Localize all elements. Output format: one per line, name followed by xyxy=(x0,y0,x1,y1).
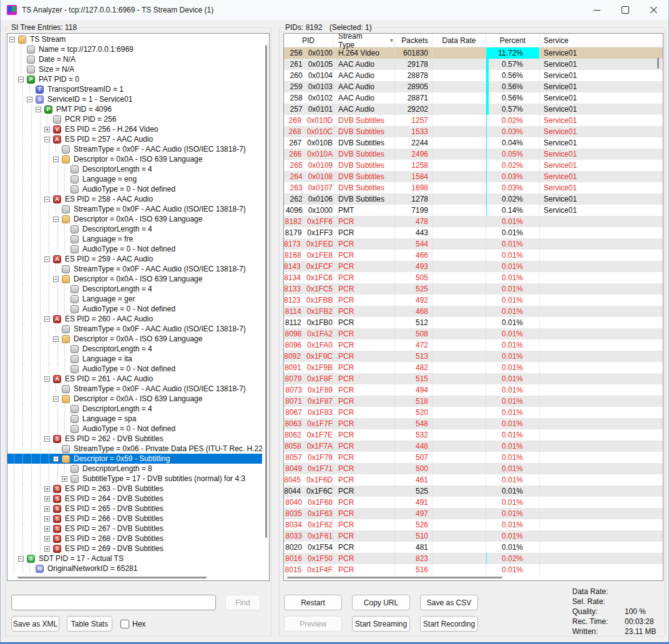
table-row[interactable]: 80570x1F79PCR5070.01% xyxy=(284,452,663,463)
table-row[interactable]: 2560x0100H.264 Video60183011.72%Service0… xyxy=(284,47,663,59)
table-row[interactable]: 80450x1F6DPCR4610.01% xyxy=(284,474,663,485)
table-row[interactable]: 2660x010ADVB Subtitles24960.05%Service01 xyxy=(284,149,663,160)
table-row[interactable]: 80670x1F83PCR5200.01% xyxy=(284,407,663,418)
tree-item[interactable]: DescriptorLength = 4 xyxy=(7,164,262,174)
table-row[interactable]: 80620x1F7EPCR5320.01% xyxy=(284,429,663,441)
tree-item[interactable]: Name = tcp://127.0.0.1:6969 xyxy=(7,44,262,54)
tree-item[interactable]: +SubtitleType = 17 - DVB subtitles (norm… xyxy=(7,474,262,484)
save-as-csv-button[interactable]: Save as CSV xyxy=(420,595,478,610)
expander-collapsed-icon[interactable]: + xyxy=(44,127,50,132)
table-row[interactable]: 81140x1FB2PCR4680.01% xyxy=(284,306,663,317)
tree-item[interactable]: AudioType = 0 - Not defined xyxy=(7,304,262,314)
tree-item[interactable]: Language = ita xyxy=(7,354,262,364)
column-header-packets[interactable]: Packets xyxy=(394,34,432,47)
tree-item[interactable]: −AES PID = 257 - AAC Audio xyxy=(7,134,262,144)
find-input[interactable] xyxy=(11,595,216,610)
copy-url-button[interactable]: Copy URL xyxy=(352,595,410,610)
pid-table-header[interactable]: PIDStream Type▼PacketsData RatePercentSe… xyxy=(284,34,663,47)
expander-expanded-icon[interactable]: − xyxy=(9,37,15,42)
table-row[interactable]: 80440x1F6CPCR5250.01% xyxy=(284,485,663,497)
table-row[interactable]: 81330x1FC5PCR5250.01% xyxy=(284,283,663,295)
tree-item[interactable]: +SES PID = 266 - DVB Subtitles xyxy=(7,514,262,524)
preview-button[interactable]: Preview xyxy=(284,616,342,632)
tree-item[interactable]: Language = ger xyxy=(7,294,262,304)
expander-collapsed-icon[interactable]: + xyxy=(44,496,50,502)
expander-collapsed-icon[interactable]: + xyxy=(44,546,50,552)
table-row[interactable]: 81230x1FBBPCR4920.01% xyxy=(284,295,663,306)
table-row[interactable]: 80710x1F87PCR5180.01% xyxy=(284,396,663,407)
expander-expanded-icon[interactable]: − xyxy=(44,376,50,382)
tree-item[interactable]: −Descriptor = 0x0A - ISO 639 Language xyxy=(7,214,262,224)
table-row[interactable]: 80920x1F9CPCR5130.01% xyxy=(284,351,663,362)
table-row[interactable]: 2650x0109DVB Subtitles12580.02%Service01 xyxy=(284,160,663,171)
expander-expanded-icon[interactable]: − xyxy=(44,256,50,262)
table-row[interactable]: 80200x1F54PCR4810.01% xyxy=(284,542,663,553)
expander-expanded-icon[interactable]: − xyxy=(44,316,50,322)
tree-item[interactable]: NOriginalNetworkID = 65281 xyxy=(7,564,262,573)
tree-item[interactable]: −PPAT PID = 0 xyxy=(7,74,262,84)
expander-collapsed-icon[interactable]: + xyxy=(44,526,50,532)
find-button[interactable]: Find xyxy=(225,595,260,610)
restart-button[interactable]: Restart xyxy=(284,595,342,610)
table-row[interactable]: 2630x0107DVB Subtitles16980.03%Service01 xyxy=(284,182,663,193)
column-header-data-rate[interactable]: Data Rate xyxy=(432,34,486,47)
close-button[interactable] xyxy=(640,0,668,20)
expander-expanded-icon[interactable]: − xyxy=(53,336,59,342)
table-row[interactable]: 81680x1FE8PCR4660.01% xyxy=(284,250,663,261)
tree-item[interactable]: +SES PID = 268 - DVB Subtitles xyxy=(7,534,262,544)
table-row[interactable]: 80980x1FA2PCR5080.01% xyxy=(284,328,663,339)
table-row[interactable]: 80330x1F61PCR5100.01% xyxy=(284,530,663,542)
tree-item[interactable]: AudioType = 0 - Not defined xyxy=(7,424,262,434)
table-row[interactable]: 80490x1F71PCR5000.01% xyxy=(284,463,663,474)
table-row[interactable]: 2680x010CDVB Subtitles15330.03%Service01 xyxy=(284,126,663,137)
tree-item[interactable]: −SServiceID = 1 - Service01 xyxy=(7,94,262,104)
tree-item[interactable]: StreamType = 0x0F - AAC Audio (ISO/IEC 1… xyxy=(7,204,262,214)
tree-item[interactable]: +VES PID = 256 - H.264 Video xyxy=(7,124,262,134)
tree-item[interactable]: −Descriptor = 0x0A - ISO 639 Language xyxy=(7,394,262,404)
expander-expanded-icon[interactable]: − xyxy=(18,77,24,82)
si-tree[interactable]: −TS StreamName = tcp://127.0.0.1:6969Dat… xyxy=(7,33,270,581)
expander-collapsed-icon[interactable]: + xyxy=(44,506,50,512)
tree-item[interactable]: StreamType = 0x0F - AAC Audio (ISO/IEC 1… xyxy=(7,144,262,154)
tree-horizontal-scrollbar[interactable] xyxy=(17,577,207,578)
tree-item[interactable]: Language = fre xyxy=(7,234,262,244)
table-row[interactable]: 81730x1FEDPCR5440.01% xyxy=(284,238,663,250)
tree-item[interactable]: −Descriptor = 0x0A - ISO 639 Language xyxy=(7,154,262,164)
tree-item[interactable]: DescriptorLength = 4 xyxy=(7,344,262,354)
table-row[interactable]: 2590x0103AAC Audio289050.56%Service01 xyxy=(284,81,663,92)
table-row[interactable]: 80160x1F50PCR8230.02% xyxy=(284,553,663,564)
table-row[interactable]: 2620x0106DVB Subtitles12780.02%Service01 xyxy=(284,193,663,205)
tree-item[interactable]: Date = N/A xyxy=(7,54,262,64)
expander-collapsed-icon[interactable]: + xyxy=(62,476,67,482)
tree-item[interactable]: −Descriptor = 0x59 - Subtitling xyxy=(7,454,262,464)
table-row[interactable]: 80790x1F8FPCR5150.01% xyxy=(284,373,663,384)
tree-item[interactable]: −Descriptor = 0x0A - ISO 639 Language xyxy=(7,334,262,344)
tree-item[interactable]: Language = eng xyxy=(7,174,262,184)
column-header-pid[interactable]: PID xyxy=(284,34,333,47)
tree-item[interactable]: −TS Stream xyxy=(7,34,262,44)
expander-expanded-icon[interactable]: − xyxy=(53,217,59,222)
table-row[interactable]: 80150x1F4FPCR5160.01% xyxy=(284,564,663,575)
table-row[interactable]: 81430x1FCFPCR4930.01% xyxy=(284,261,663,272)
table-row[interactable]: 2670x010BDVB Subtitles22440.04%Service01 xyxy=(284,137,663,149)
expander-expanded-icon[interactable]: − xyxy=(53,157,59,162)
tree-item[interactable]: AudioType = 0 - Not defined xyxy=(7,364,262,374)
tree-item[interactable]: StreamType = 0x06 - Private Data PES (IT… xyxy=(7,444,262,454)
tree-item[interactable]: −AES PID = 261 - AAC Audio xyxy=(7,374,262,384)
start-recording-button[interactable]: Start Recording xyxy=(420,616,478,632)
tree-item[interactable]: Language = spa xyxy=(7,414,262,424)
table-row[interactable]: 81120x1FB0PCR5120.01% xyxy=(284,317,663,328)
hex-checkbox[interactable] xyxy=(120,620,129,628)
tree-item[interactable]: DescriptorLength = 4 xyxy=(7,284,262,294)
expander-expanded-icon[interactable]: − xyxy=(18,556,24,562)
table-row[interactable]: 80580x1F7APCR4480.01% xyxy=(284,441,663,452)
pid-table[interactable]: PIDStream Type▼PacketsData RatePercentSe… xyxy=(283,33,663,581)
table-row[interactable]: 80630x1F7FPCR5480.01% xyxy=(284,418,663,429)
tree-item[interactable]: DescriptorLength = 4 xyxy=(7,224,262,234)
tree-item[interactable]: +SES PID = 263 - DVB Subtitles xyxy=(7,484,262,494)
maximize-button[interactable] xyxy=(611,0,640,20)
column-header-stream-type[interactable]: Stream Type▼ xyxy=(333,34,394,47)
start-streaming-button[interactable]: Start Streaming xyxy=(352,616,410,632)
table-row[interactable]: 80730x1F89PCR4940.01% xyxy=(284,384,663,396)
tree-item[interactable]: StreamType = 0x0F - AAC Audio (ISO/IEC 1… xyxy=(7,384,262,394)
